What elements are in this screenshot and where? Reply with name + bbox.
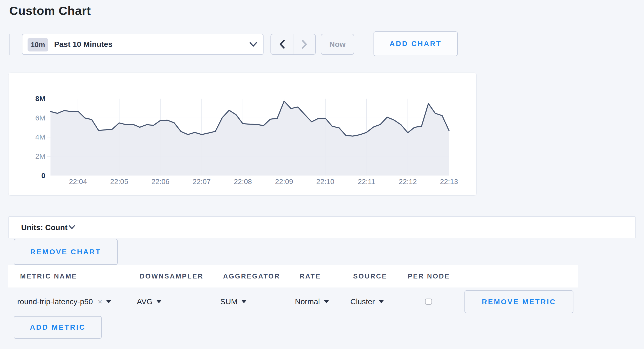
column-header-rate: RATE	[300, 265, 321, 287]
rate-dropdown[interactable]: Normal	[295, 296, 329, 307]
add-chart-button[interactable]: ADD CHART	[374, 31, 458, 56]
svg-text:4M: 4M	[35, 133, 45, 141]
svg-text:2M: 2M	[35, 152, 45, 160]
column-header-downsampler: DOWNSAMPLER	[140, 265, 204, 287]
svg-text:22:09: 22:09	[275, 178, 293, 186]
column-header-source: SOURCE	[353, 265, 387, 287]
remove-metric-button[interactable]: REMOVE METRIC	[464, 290, 573, 313]
svg-text:22:12: 22:12	[399, 178, 417, 186]
chevron-down-icon	[68, 224, 75, 230]
time-step-group	[270, 34, 316, 55]
downsampler-value: AVG	[137, 297, 152, 306]
time-range-badge: 10m	[28, 38, 48, 51]
metric-name-dropdown[interactable]: round-trip-latency-p50 ×	[17, 296, 111, 307]
latency-area-chart[interactable]: 02M4M6M8M22:0422:0522:0622:0722:0822:092…	[9, 73, 477, 196]
caret-down-icon	[324, 300, 329, 303]
svg-text:22:10: 22:10	[316, 178, 334, 186]
remove-chart-button[interactable]: REMOVE CHART	[14, 239, 118, 265]
caret-down-icon	[379, 300, 384, 303]
chevron-left-icon	[279, 39, 285, 49]
column-header-metric-name: METRIC NAME	[20, 265, 77, 287]
chevron-down-icon	[249, 41, 258, 48]
metric-name-value: round-trip-latency-p50	[17, 297, 93, 306]
metrics-table-header: METRIC NAME DOWNSAMPLER AGGREGATOR RATE …	[8, 265, 578, 287]
caret-down-icon	[156, 300, 162, 303]
svg-text:8M: 8M	[35, 95, 45, 103]
svg-text:22:06: 22:06	[151, 178, 170, 186]
units-dropdown[interactable]: Units: Count	[9, 216, 635, 238]
caret-down-icon	[106, 300, 111, 303]
rate-value: Normal	[295, 297, 320, 306]
svg-text:0: 0	[41, 172, 45, 180]
prev-time-button[interactable]	[271, 34, 293, 54]
column-header-per-node: PER NODE	[408, 265, 450, 287]
source-value: Cluster	[350, 297, 375, 306]
aggregator-dropdown[interactable]: SUM	[220, 296, 247, 307]
chart-card: 02M4M6M8M22:0422:0522:0622:0722:0822:092…	[8, 73, 477, 196]
column-header-aggregator: AGGREGATOR	[223, 265, 280, 287]
svg-text:22:04: 22:04	[69, 178, 87, 186]
now-button[interactable]: Now	[321, 34, 354, 55]
chevron-right-icon	[301, 39, 308, 49]
aggregator-value: SUM	[220, 297, 238, 306]
svg-text:22:07: 22:07	[193, 178, 211, 186]
remove-tag-icon[interactable]: ×	[98, 297, 102, 306]
svg-text:6M: 6M	[35, 114, 45, 122]
page-title: Custom Chart	[9, 4, 91, 18]
next-time-button[interactable]	[293, 34, 315, 54]
per-node-checkbox[interactable]	[425, 299, 432, 305]
time-range-select[interactable]: 10m Past 10 Minutes	[22, 34, 264, 55]
add-metric-button[interactable]: ADD METRIC	[14, 316, 102, 339]
units-label: Units: Count	[21, 217, 67, 238]
source-dropdown[interactable]: Cluster	[350, 296, 384, 307]
svg-text:22:13: 22:13	[440, 178, 458, 186]
toolbar-divider	[9, 34, 10, 55]
caret-down-icon	[241, 300, 247, 303]
time-range-label: Past 10 Minutes	[54, 34, 113, 54]
svg-text:22:08: 22:08	[234, 178, 252, 186]
downsampler-dropdown[interactable]: AVG	[137, 296, 162, 307]
svg-text:22:05: 22:05	[110, 178, 128, 186]
svg-text:22:11: 22:11	[358, 178, 375, 186]
